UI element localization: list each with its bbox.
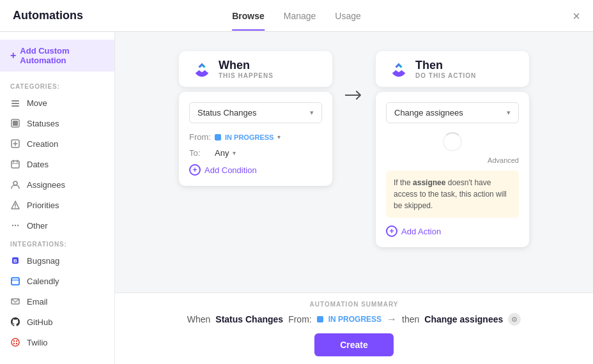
- add-action-plus-icon: +: [386, 225, 397, 237]
- sidebar-item-twilio[interactable]: Twilio: [0, 332, 114, 353]
- sidebar-item-github-label: GitHub: [27, 317, 52, 327]
- summary-from-label: From:: [288, 314, 312, 324]
- sidebar-item-priorities-label: Priorities: [27, 201, 59, 210]
- sidebar-item-bugsnag[interactable]: B Bugsnag: [0, 250, 114, 271]
- sidebar-item-statuses[interactable]: Statuses: [0, 113, 114, 133]
- sidebar: + Add Custom Automation CATEGORIES: Move: [0, 32, 115, 364]
- creation-icon: [10, 139, 20, 149]
- create-btn-row: Create: [128, 333, 580, 356]
- dates-icon: [10, 159, 20, 169]
- sidebar-item-calendly-label: Calendly: [27, 277, 59, 286]
- app-title: Automations: [13, 9, 83, 22]
- priorities-icon: [10, 200, 20, 210]
- svg-point-18: [17, 225, 19, 226]
- advanced-link[interactable]: Advanced: [386, 156, 519, 164]
- in-progress-dot: [215, 134, 221, 140]
- then-section: Then DO THIS ACTION Change assignees ▾ A…: [376, 51, 529, 247]
- summary-arrow-icon: →: [387, 314, 397, 325]
- summary-in-progress: IN PROGRESS: [328, 315, 381, 324]
- add-custom-automation-button[interactable]: + Add Custom Automation: [0, 40, 114, 72]
- to-value[interactable]: Any ▾: [215, 148, 236, 158]
- email-icon: [10, 296, 20, 307]
- sidebar-item-dates[interactable]: Dates: [0, 154, 114, 174]
- sidebar-item-calendly[interactable]: Calendly: [0, 271, 114, 291]
- summary-content: When Status Changes From: IN PROGRESS → …: [128, 313, 580, 326]
- tab-manage[interactable]: Manage: [284, 1, 316, 31]
- header-tabs: Browse Manage Usage: [232, 1, 361, 31]
- statuses-icon: [10, 118, 20, 128]
- arrow-connector: [345, 89, 363, 101]
- summary-when-label: When: [187, 314, 211, 324]
- move-icon: [10, 98, 20, 108]
- sidebar-item-assignees-label: Assignees: [27, 180, 65, 190]
- in-progress-badge: IN PROGRESS: [225, 133, 273, 141]
- sidebar-item-assignees[interactable]: Assignees: [0, 174, 114, 195]
- svg-rect-4: [13, 121, 18, 126]
- svg-point-16: [12, 225, 13, 226]
- add-action-button[interactable]: + Add Action: [386, 225, 519, 237]
- other-icon: [10, 220, 20, 231]
- loading-spinner: [443, 132, 462, 151]
- sidebar-item-creation[interactable]: Creation: [0, 133, 114, 154]
- sidebar-item-other-label: Other: [27, 221, 48, 231]
- to-label: To:: [189, 148, 215, 158]
- summary-status-changes: Status Changes: [215, 314, 283, 324]
- sidebar-item-statuses-label: Statuses: [27, 119, 59, 128]
- tab-browse[interactable]: Browse: [232, 1, 265, 31]
- summary-then-label: then: [402, 314, 419, 324]
- summary-bar: AUTOMATION SUMMARY When Status Changes F…: [115, 292, 593, 364]
- add-condition-label: Add Condition: [204, 165, 257, 175]
- integrations-label: INTEGRATIONS:: [0, 236, 114, 250]
- from-value[interactable]: IN PROGRESS ▾: [215, 133, 281, 141]
- add-action-label: Add Action: [401, 227, 441, 236]
- summary-gear-icon[interactable]: ⚙: [508, 313, 521, 326]
- change-assignees-value: Change assignees: [394, 108, 463, 118]
- summary-change-assignees: Change assignees: [424, 314, 503, 324]
- change-assignees-dropdown[interactable]: Change assignees ▾: [386, 102, 519, 123]
- tab-usage[interactable]: Usage: [335, 1, 360, 31]
- then-label: Then: [415, 59, 476, 72]
- when-sublabel: THIS HAPPENS: [219, 72, 273, 79]
- sidebar-item-priorities[interactable]: Priorities: [0, 195, 114, 215]
- add-condition-plus-icon: +: [189, 164, 201, 176]
- close-button[interactable]: ×: [573, 10, 580, 22]
- body-layout: + Add Custom Automation CATEGORIES: Move: [0, 32, 593, 364]
- when-section: When THIS HAPPENS Status Changes ▾ From:: [179, 51, 332, 186]
- svg-point-28: [16, 343, 17, 344]
- condition-box: Status Changes ▾ From: IN PROGRESS ▾: [179, 92, 332, 186]
- twilio-icon: [10, 337, 20, 347]
- sidebar-item-github[interactable]: GitHub: [0, 312, 114, 332]
- automation-canvas: When THIS HAPPENS Status Changes ▾ From:: [115, 32, 593, 292]
- status-changes-value: Status Changes: [197, 108, 257, 118]
- categories-label: CATEGORIES:: [0, 78, 114, 93]
- sidebar-item-move[interactable]: Move: [0, 93, 114, 113]
- add-condition-button[interactable]: + Add Condition: [189, 164, 322, 176]
- github-icon: [10, 317, 20, 327]
- from-label: From:: [189, 132, 215, 142]
- svg-point-26: [16, 340, 17, 342]
- svg-rect-1: [12, 103, 19, 104]
- status-changes-dropdown[interactable]: Status Changes ▾: [189, 102, 322, 123]
- bugsnag-icon: B: [10, 255, 20, 266]
- calendly-icon: [10, 276, 20, 286]
- add-custom-automation-label: Add Custom Automation: [20, 46, 104, 65]
- when-header-card: When THIS HAPPENS: [179, 51, 332, 87]
- then-dropdown-chevron-icon: ▾: [507, 109, 511, 117]
- summary-section-label: AUTOMATION SUMMARY: [128, 301, 580, 308]
- sidebar-item-other[interactable]: Other: [0, 215, 114, 236]
- sidebar-item-move-label: Move: [27, 98, 47, 108]
- sidebar-item-email[interactable]: Email: [0, 291, 114, 312]
- svg-rect-0: [12, 100, 19, 102]
- from-field-row: From: IN PROGRESS ▾: [189, 132, 322, 142]
- create-button[interactable]: Create: [314, 333, 394, 356]
- when-header-text: When THIS HAPPENS: [219, 59, 273, 79]
- sidebar-item-twilio-label: Twilio: [27, 338, 48, 347]
- svg-point-17: [15, 225, 16, 226]
- dropdown-chevron-icon: ▾: [310, 109, 314, 117]
- svg-point-15: [15, 207, 16, 208]
- svg-rect-21: [12, 278, 19, 285]
- then-header-text: Then DO THIS ACTION: [415, 59, 476, 79]
- svg-point-25: [13, 340, 15, 342]
- sidebar-item-creation-label: Creation: [27, 139, 58, 149]
- svg-point-24: [12, 338, 19, 346]
